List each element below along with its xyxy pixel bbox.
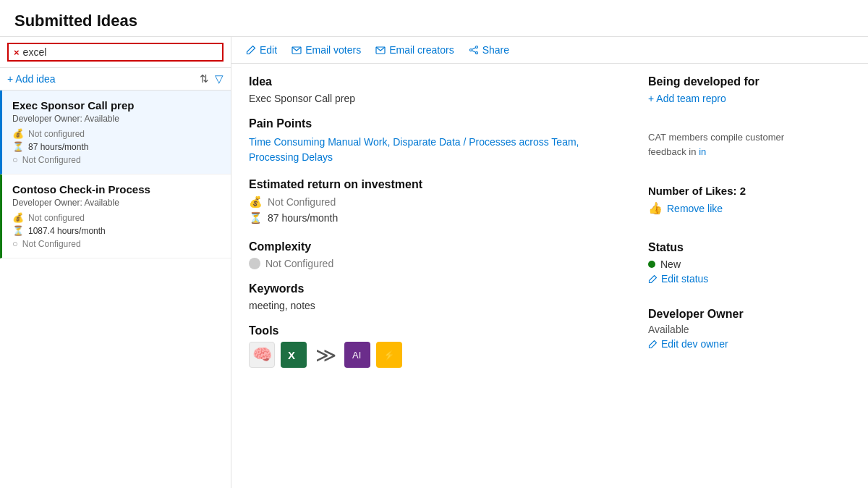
idea-item-2[interactable]: Contoso Check-in Process Developer Owner…: [0, 174, 231, 258]
idea-label: Idea: [249, 75, 619, 88]
edit-dev-owner-icon: [648, 340, 658, 349]
idea-meta-2: 💰 Not configured ⏳ 1087.4 hours/month ○ …: [12, 212, 221, 249]
pain-points-value: Time Consuming Manual Work, Disparate Da…: [249, 135, 619, 165]
edit-icon: [246, 45, 256, 55]
roi-hours-2: 1087.4 hours/month: [28, 226, 106, 236]
search-bar: ×: [0, 37, 231, 68]
add-team-repro-button[interactable]: + Add team repro: [648, 93, 851, 104]
roi-section: Estimated return on investment 💰 Not Con…: [249, 178, 619, 227]
meta-hours-1: ⏳ 87 hours/month: [12, 141, 221, 152]
tools-section: Tools 🧠 X ≫ AI ⚡: [249, 324, 619, 368]
status-title: Status: [648, 241, 851, 254]
roi-money-row: 💰 Not Configured: [249, 195, 619, 209]
keywords-section: Keywords meeting, notes: [249, 282, 619, 311]
complexity-detail-value: Not Configured: [265, 258, 333, 269]
status-section: Status New Edit status: [648, 241, 851, 285]
roi-money-icon: 💰: [249, 195, 263, 209]
meta-complexity-1: ○ Not Configured: [12, 154, 221, 165]
detail-right: Being developed for + Add team repro CAT…: [648, 75, 851, 476]
sort-icon[interactable]: ⇅: [200, 72, 209, 85]
tool-yellow-icon: ⚡: [376, 342, 402, 368]
meta-money-1: 💰 Not configured: [12, 128, 221, 139]
remove-like-button[interactable]: 👍 Remove like: [648, 201, 851, 215]
edit-status-button[interactable]: Edit status: [648, 273, 851, 285]
tool-purple-icon: AI: [344, 342, 370, 368]
keywords-value: meeting, notes: [249, 300, 619, 311]
complexity-row: Not Configured: [249, 258, 619, 269]
idea-owner-1: Developer Owner: Available: [12, 114, 221, 124]
page-title: Submitted Ideas: [14, 12, 854, 30]
email-voters-button[interactable]: Email voters: [292, 44, 361, 56]
cat-note-highlight: in: [699, 146, 706, 157]
status-row: New: [648, 258, 851, 270]
tool-powerautomate-icon: ≫: [312, 342, 339, 368]
complexity-icon-1: ○: [12, 154, 18, 165]
idea-value: Exec Sponsor Call prep: [249, 93, 619, 104]
pain-points-label: Pain Points: [249, 117, 619, 130]
complexity-section: Complexity Not Configured: [249, 240, 619, 269]
email-voters-icon: [292, 45, 302, 55]
idea-list: Exec Sponsor Call prep Developer Owner: …: [0, 91, 231, 488]
status-dot-icon: [648, 261, 655, 268]
complexity-label: Complexity: [249, 240, 619, 253]
email-creators-button[interactable]: Email creators: [375, 44, 454, 56]
roi-hours-1: 87 hours/month: [28, 142, 88, 152]
pain-points-section: Pain Points Time Consuming Manual Work, …: [249, 117, 619, 165]
search-clear-button[interactable]: ×: [14, 47, 20, 58]
dev-owner-value: Available: [648, 324, 851, 335]
dev-owner-title: Developer Owner: [648, 308, 851, 321]
roi-hours-row: ⏳ 87 hours/month: [249, 211, 619, 224]
likes-section: Number of Likes: 2 👍 Remove like: [648, 185, 851, 215]
idea-title-1: Exec Sponsor Call prep: [12, 99, 221, 112]
detail-left: Idea Exec Sponsor Call prep Pain Points …: [249, 75, 619, 476]
thumb-icon: 👍: [648, 201, 663, 215]
money-icon-1: 💰: [12, 128, 24, 139]
tools-row: 🧠 X ≫ AI ⚡: [249, 342, 619, 368]
idea-owner-2: Developer Owner: Available: [12, 198, 221, 208]
idea-section: Idea Exec Sponsor Call prep: [249, 75, 619, 104]
share-button[interactable]: Share: [469, 44, 509, 56]
meta-money-2: 💰 Not configured: [12, 212, 221, 223]
filter-icon[interactable]: ▽: [215, 72, 224, 85]
tools-label: Tools: [249, 324, 619, 337]
hourglass-icon-1: ⏳: [12, 141, 24, 152]
search-input-wrapper[interactable]: ×: [7, 43, 224, 62]
complexity-value-2: Not Configured: [22, 239, 81, 249]
svg-point-2: [475, 46, 477, 49]
list-toolbar: + Add idea ⇅ ▽: [0, 68, 231, 91]
svg-text:X: X: [288, 349, 295, 361]
search-input[interactable]: [23, 46, 217, 58]
svg-text:⚡: ⚡: [383, 349, 396, 361]
roi-label: Estimated return on investment: [249, 178, 619, 191]
add-idea-button[interactable]: + Add idea: [7, 73, 56, 85]
roi-hours-value: 87 hours/month: [268, 212, 338, 224]
status-value: New: [660, 258, 681, 270]
hourglass-icon-2: ⏳: [12, 225, 24, 236]
dev-owner-section: Developer Owner Available Edit dev owner: [648, 308, 851, 350]
being-developed-label: Being developed for: [648, 75, 851, 88]
tool-brain-icon: 🧠: [249, 342, 275, 368]
meta-complexity-2: ○ Not Configured: [12, 238, 221, 249]
tool-excel-icon: X: [281, 342, 307, 368]
edit-button[interactable]: Edit: [246, 44, 277, 56]
complexity-icon-2: ○: [12, 238, 18, 249]
roi-hours-icon: ⏳: [249, 211, 263, 224]
email-creators-icon: [375, 45, 386, 55]
being-developed-section: Being developed for + Add team repro: [648, 75, 851, 104]
idea-title-2: Contoso Check-in Process: [12, 183, 221, 195]
svg-point-4: [469, 49, 472, 51]
idea-item-1[interactable]: Exec Sponsor Call prep Developer Owner: …: [0, 91, 231, 174]
detail-toolbar: Edit Email voters Email creators Share: [231, 37, 868, 64]
edit-dev-owner-button[interactable]: Edit dev owner: [648, 338, 851, 350]
cat-note: CAT members compile customer feedback in…: [648, 130, 822, 159]
detail-body: Idea Exec Sponsor Call prep Pain Points …: [231, 64, 868, 488]
complexity-circle-icon: [249, 258, 260, 269]
svg-point-3: [475, 52, 477, 54]
meta-hours-2: ⏳ 1087.4 hours/month: [12, 225, 221, 236]
roi-money-value: Not Configured: [268, 196, 336, 208]
edit-status-icon: [648, 274, 658, 284]
money-icon-2: 💰: [12, 212, 24, 223]
roi-money-2: Not configured: [28, 213, 85, 223]
likes-count: Number of Likes: 2: [648, 185, 851, 197]
keywords-label: Keywords: [249, 282, 619, 295]
